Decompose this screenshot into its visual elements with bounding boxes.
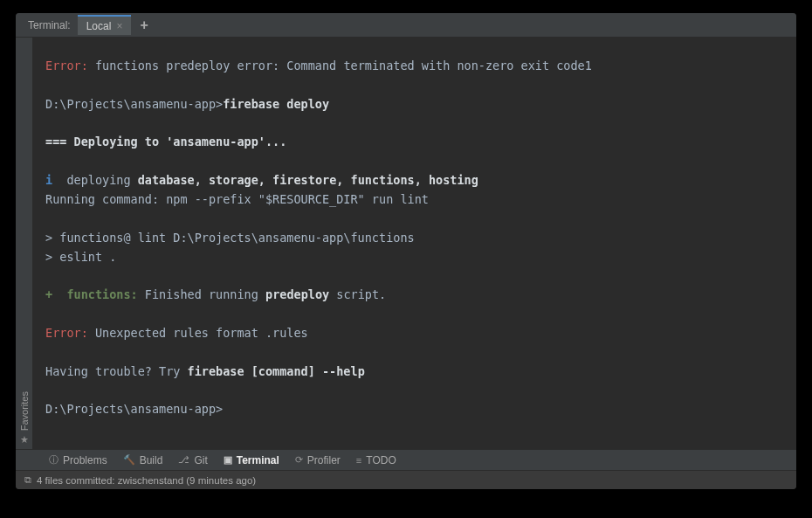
terminal-line — [45, 114, 784, 134]
terminal-line: === Deploying to 'ansamenu-app'... — [45, 133, 784, 152]
git-icon: ⎇ — [178, 454, 189, 466]
tool-label: Git — [194, 454, 207, 466]
terminal-panel-label: Terminal: — [28, 19, 71, 31]
tool-label: TODO — [366, 454, 396, 466]
tool-build[interactable]: 🔨Build — [123, 454, 163, 466]
terminal-output[interactable]: Error: functions predeploy error: Comman… — [33, 38, 796, 449]
profiler-icon: ⟳ — [295, 454, 303, 466]
terminal-line — [45, 76, 784, 95]
tool-git[interactable]: ⎇Git — [178, 454, 207, 466]
status-message: 4 files committed: zwischenstand (9 minu… — [37, 475, 256, 486]
build-icon: 🔨 — [123, 454, 135, 466]
terminal-line — [45, 305, 784, 324]
terminal-line: + functions: Finished running predeploy … — [45, 286, 784, 305]
terminal-line: Having trouble? Try firebase [command] -… — [45, 363, 784, 382]
tool-label: Problems — [63, 454, 107, 466]
ide-window: Terminal: Local × + Favorites ★ Error: f… — [16, 13, 796, 489]
terminal-icon: ▣ — [224, 454, 232, 466]
tool-todo[interactable]: ≡TODO — [356, 454, 396, 466]
terminal-line — [45, 343, 784, 363]
terminal-line: > functions@ lint D:\Projects\ansamenu-a… — [45, 229, 784, 248]
todo-icon: ≡ — [356, 455, 361, 466]
status-bar: ⧉ 4 files committed: zwischenstand (9 mi… — [16, 470, 796, 489]
terminal-tab-label: Local — [86, 20, 112, 32]
close-tab-icon[interactable]: × — [116, 20, 122, 32]
terminal-line: D:\Projects\ansamenu-app>firebase deploy — [45, 95, 784, 114]
favorites-tab[interactable]: Favorites — [19, 391, 30, 431]
terminal-line — [45, 266, 784, 286]
terminal-line — [45, 382, 784, 401]
new-terminal-tab-button[interactable]: + — [131, 17, 156, 33]
left-tool-rail: Favorites ★ — [16, 38, 33, 449]
tool-terminal[interactable]: ▣Terminal — [224, 454, 279, 466]
terminal-line: Running command: npm --prefix "$RESOURCE… — [45, 190, 784, 210]
terminal-line: Error: Unexpected rules format .rules — [45, 324, 784, 343]
tool-problems[interactable]: ⓘProblems — [49, 453, 107, 466]
terminal-tab-bar: Terminal: Local × + — [16, 13, 796, 38]
tool-profiler[interactable]: ⟳Profiler — [295, 454, 341, 466]
star-icon: ★ — [20, 434, 29, 445]
terminal-line: Error: functions predeploy error: Comman… — [45, 57, 784, 76]
problems-icon: ⓘ — [49, 453, 58, 466]
terminal-line: > eslint . — [45, 248, 784, 267]
terminal-tab-local[interactable]: Local × — [78, 15, 132, 35]
tool-label: Build — [140, 454, 163, 466]
vcs-icon: ⧉ — [24, 474, 31, 486]
bottom-tool-bar: ⓘProblems🔨Build⎇Git▣Terminal⟳Profiler≡TO… — [16, 449, 796, 470]
tool-label: Terminal — [237, 454, 279, 466]
main-area: Favorites ★ Error: functions predeploy e… — [16, 38, 796, 449]
terminal-line — [45, 210, 784, 229]
terminal-line: D:\Projects\ansamenu-app> — [45, 400, 784, 419]
terminal-line — [45, 152, 784, 171]
terminal-line: i deploying database, storage, firestore… — [45, 171, 784, 190]
tool-label: Profiler — [307, 454, 341, 466]
